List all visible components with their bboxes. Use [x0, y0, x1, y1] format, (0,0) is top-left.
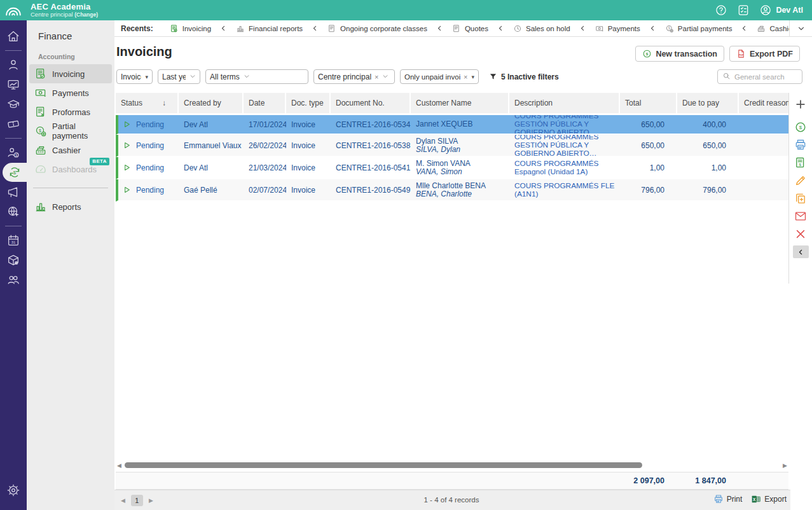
- centre-selector[interactable]: Centre principal (Change): [31, 11, 98, 18]
- created-by-cell: Dev Atl: [179, 157, 244, 178]
- app-window: AEC Academia Centre principal (Change) D…: [0, 0, 812, 510]
- user-menu[interactable]: Dev Atl: [759, 4, 803, 17]
- svg-text:$: $: [646, 52, 649, 56]
- app-logo[interactable]: [0, 0, 27, 20]
- payment-icon[interactable]: $: [794, 121, 807, 134]
- filter-dropdown-4[interactable]: Centre principal×: [313, 69, 395, 84]
- print-icon[interactable]: [794, 139, 807, 151]
- change-centre-link[interactable]: (Change): [74, 11, 98, 18]
- column-header-description[interactable]: Description: [509, 93, 620, 113]
- edit-icon[interactable]: [794, 174, 807, 187]
- filter-dropdown-5[interactable]: Only unpaid invoice×▾: [400, 69, 479, 84]
- invoices-table: Status↓Created byDateDoc. typeDocument N…: [116, 93, 788, 202]
- web-icon[interactable]: [0, 202, 27, 221]
- recent-item-label: Ongoing corporate classes: [340, 25, 427, 32]
- settings-icon[interactable]: [0, 481, 27, 500]
- recent-item[interactable]: Cashier: [757, 24, 789, 33]
- reports-icon: [34, 200, 47, 213]
- due-sum: 1 847,00: [677, 472, 739, 489]
- doc-type-cell: Invoice: [286, 157, 331, 178]
- calendar-icon[interactable]: 31: [0, 231, 27, 250]
- filter-dropdown-1[interactable]: Invoice▾: [116, 69, 153, 84]
- duplicate-icon[interactable]: [794, 192, 807, 205]
- inactive-filters[interactable]: 5 Inactive filters: [489, 72, 559, 81]
- table-row[interactable]: PendingDev Atl21/03/2024 1InvoiceCENTRE1…: [116, 157, 788, 179]
- chevron-left-icon: [497, 25, 504, 32]
- print-button[interactable]: Print: [713, 494, 743, 504]
- payroll-icon[interactable]: $: [0, 143, 27, 162]
- new-transaction-button[interactable]: $ New transaction: [635, 46, 724, 62]
- column-header-due-to-pay[interactable]: Due to pay: [677, 93, 739, 113]
- clock-icon: [513, 24, 522, 33]
- inventory-icon[interactable]: [0, 251, 27, 270]
- column-header-status[interactable]: Status↓: [116, 93, 179, 113]
- due-to-pay-cell: 400,00: [677, 115, 739, 134]
- recent-item[interactable]: Quotes: [452, 24, 488, 33]
- sidebar-item-partial-payments[interactable]: $Partial payments: [29, 121, 112, 141]
- credit-reason-cell: [739, 179, 788, 200]
- column-header-doc-type[interactable]: Doc. type: [286, 93, 331, 113]
- column-header-customer-name[interactable]: Customer Name: [411, 93, 509, 113]
- table-row[interactable]: PendingGaé Pellé02/07/2024 1InvoiceCENTR…: [116, 179, 788, 202]
- finance-icon[interactable]: $: [3, 163, 27, 182]
- sidebar-item-dashboards[interactable]: DashboardsBETA: [29, 160, 112, 179]
- export-excel-button[interactable]: X Export: [751, 494, 787, 504]
- recent-item[interactable]: Financial reports: [236, 24, 303, 33]
- recents-expand-button[interactable]: [789, 20, 812, 37]
- recent-item[interactable]: Payments: [595, 24, 640, 33]
- secondary-sidebar: Finance Accounting InvoicingPaymentsProf…: [27, 20, 114, 510]
- sidebar-item-payments[interactable]: Payments: [29, 83, 112, 102]
- recent-item[interactable]: $Partial payments: [665, 24, 733, 33]
- sidebar-item-proformas[interactable]: Proformas: [29, 102, 112, 121]
- community-icon[interactable]: [0, 270, 27, 289]
- tickets-icon[interactable]: [0, 114, 27, 134]
- customer-name: Mlle Charlotte BENA: [416, 182, 486, 190]
- column-header-total[interactable]: Total: [620, 93, 677, 113]
- recent-item[interactable]: Ongoing corporate classes: [327, 24, 427, 33]
- chevron-left-icon: [649, 25, 656, 32]
- invoice-doc-icon[interactable]: $: [794, 156, 807, 169]
- sidebar-item-label: Proformas: [52, 107, 90, 117]
- add-column-icon[interactable]: [794, 98, 807, 111]
- total-cell: 650,00: [620, 135, 677, 156]
- column-header-label: Credit reason: [744, 99, 788, 107]
- divider: [5, 138, 22, 139]
- sidebar-item-cashier[interactable]: Cashier: [29, 141, 112, 160]
- sort-desc-icon[interactable]: ↓: [162, 99, 172, 107]
- recent-item[interactable]: Sales on hold: [513, 24, 570, 33]
- filter-dropdown-3[interactable]: All terms: [205, 69, 308, 84]
- classes-icon[interactable]: [0, 75, 27, 94]
- marketing-icon[interactable]: [0, 183, 27, 202]
- status-label: Pending: [136, 163, 164, 172]
- delete-icon[interactable]: [794, 228, 807, 240]
- document-icon: [327, 24, 336, 33]
- filter-dropdown-2[interactable]: Last year: [158, 69, 200, 84]
- scrollbar-thumb[interactable]: [125, 462, 642, 468]
- email-icon[interactable]: [794, 210, 807, 223]
- column-header-document-no-[interactable]: Document No.: [331, 93, 411, 113]
- recent-item-label: Invoicing: [182, 25, 211, 32]
- column-header-created-by[interactable]: Created by: [179, 93, 244, 113]
- clear-icon[interactable]: ×: [375, 73, 378, 81]
- sidebar-item-reports[interactable]: Reports: [29, 197, 112, 216]
- collapse-panel-button[interactable]: [793, 245, 809, 258]
- scroll-right-icon[interactable]: ▶: [783, 462, 787, 469]
- column-header-date[interactable]: Date: [244, 93, 286, 113]
- column-header-label: Created by: [184, 99, 221, 107]
- home-icon[interactable]: [0, 27, 27, 46]
- sidebar-item-invoicing[interactable]: Invoicing: [29, 64, 112, 83]
- search-input[interactable]: [734, 73, 797, 81]
- people-icon[interactable]: [0, 55, 27, 74]
- recent-item[interactable]: Invoicing: [170, 24, 211, 33]
- scroll-left-icon[interactable]: ◀: [117, 462, 121, 469]
- table-row[interactable]: PendingEmmanuel Viaux26/02/2024 9Invoice…: [116, 135, 788, 157]
- help-icon[interactable]: [715, 4, 727, 17]
- table-row[interactable]: PendingDev Atl17/01/2024 2InvoiceCENTRE1…: [116, 115, 788, 135]
- export-pdf-button[interactable]: PDF Export PDF: [729, 46, 800, 62]
- clear-icon[interactable]: ×: [464, 73, 467, 81]
- students-icon[interactable]: [0, 95, 27, 114]
- due-to-pay-cell: 650,00: [677, 135, 739, 156]
- column-header-credit-reason[interactable]: Credit reason: [739, 93, 788, 113]
- section-title: Finance: [27, 20, 114, 41]
- task-list-icon[interactable]: [737, 4, 750, 17]
